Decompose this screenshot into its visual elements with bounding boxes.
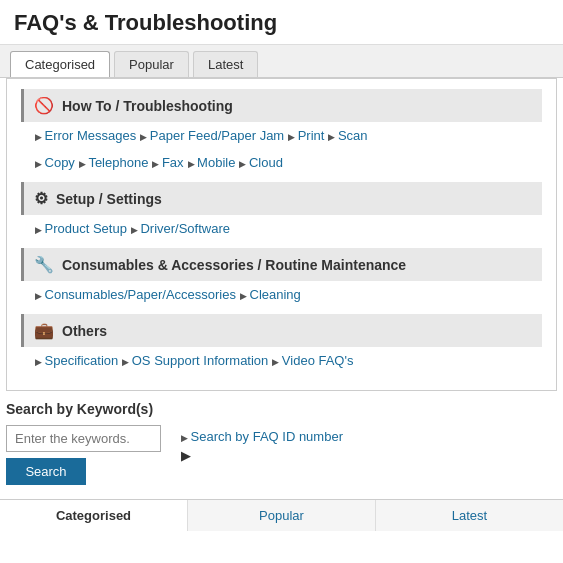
category-consumables: 🔧 Consumables & Accessories / Routine Ma… [21,248,542,308]
link-mobile[interactable]: Mobile [188,155,236,170]
link-specification[interactable]: Specification [35,353,118,368]
link-fax[interactable]: Fax [152,155,183,170]
category-setup: ⚙ Setup / Settings Product Setup Driver/… [21,182,542,242]
content-area: 🚫 How To / Troubleshooting Error Message… [6,78,557,391]
bottom-tabs: Categorised Popular Latest [0,499,563,531]
link-search-by-faq-id[interactable]: Search by FAQ ID number [181,429,343,444]
how-to-icon: 🚫 [34,96,54,115]
bottom-tab-popular[interactable]: Popular [188,500,376,531]
tab-latest[interactable]: Latest [193,51,258,77]
search-heading: Search by Keyword(s) [6,401,557,417]
setup-links: Product Setup Driver/Software [21,215,542,242]
search-row: Search Search by FAQ ID number ▶ [6,425,557,485]
category-consumables-header: 🔧 Consumables & Accessories / Routine Ma… [21,248,542,281]
link-consumables-paper[interactable]: Consumables/Paper/Accessories [35,287,236,302]
search-input[interactable] [6,425,161,452]
page-header: FAQ's & Troubleshooting [0,0,563,45]
search-left: Search [6,425,161,485]
category-others-title: Others [62,323,107,339]
search-extra-arrow: ▶ [181,448,343,463]
tab-categorised[interactable]: Categorised [10,51,110,77]
link-driver-software[interactable]: Driver/Software [131,221,230,236]
link-cloud[interactable]: Cloud [239,155,282,170]
link-telephone[interactable]: Telephone [79,155,149,170]
link-os-support[interactable]: OS Support Information [122,353,268,368]
category-others: 💼 Others Specification OS Support Inform… [21,314,542,374]
top-tabs: Categorised Popular Latest [0,45,563,78]
link-copy[interactable]: Copy [35,155,75,170]
link-error-messages[interactable]: Error Messages [35,128,136,143]
link-video-faqs[interactable]: Video FAQ's [272,353,353,368]
setup-icon: ⚙ [34,189,48,208]
tab-popular[interactable]: Popular [114,51,189,77]
category-how-to-header: 🚫 How To / Troubleshooting [21,89,542,122]
link-paper-feed[interactable]: Paper Feed/Paper Jam [140,128,284,143]
how-to-links-row2: Copy Telephone Fax Mobile Cloud [21,149,542,176]
bottom-tab-latest[interactable]: Latest [376,500,563,531]
category-setup-title: Setup / Settings [56,191,162,207]
category-how-to-title: How To / Troubleshooting [62,98,233,114]
page-title: FAQ's & Troubleshooting [14,10,549,36]
search-section: Search by Keyword(s) Search Search by FA… [0,401,563,485]
bottom-tab-categorised[interactable]: Categorised [0,500,188,531]
search-button[interactable]: Search [6,458,86,485]
search-right: Search by FAQ ID number ▶ [181,425,343,463]
others-icon: 💼 [34,321,54,340]
category-consumables-title: Consumables & Accessories / Routine Main… [62,257,406,273]
category-how-to: 🚫 How To / Troubleshooting Error Message… [21,89,542,176]
link-scan[interactable]: Scan [328,128,367,143]
others-links: Specification OS Support Information Vid… [21,347,542,374]
category-setup-header: ⚙ Setup / Settings [21,182,542,215]
consumables-links: Consumables/Paper/Accessories Cleaning [21,281,542,308]
link-cleaning[interactable]: Cleaning [240,287,301,302]
consumables-icon: 🔧 [34,255,54,274]
category-others-header: 💼 Others [21,314,542,347]
how-to-links-row1: Error Messages Paper Feed/Paper Jam Prin… [21,122,542,149]
link-print[interactable]: Print [288,128,324,143]
link-product-setup[interactable]: Product Setup [35,221,127,236]
